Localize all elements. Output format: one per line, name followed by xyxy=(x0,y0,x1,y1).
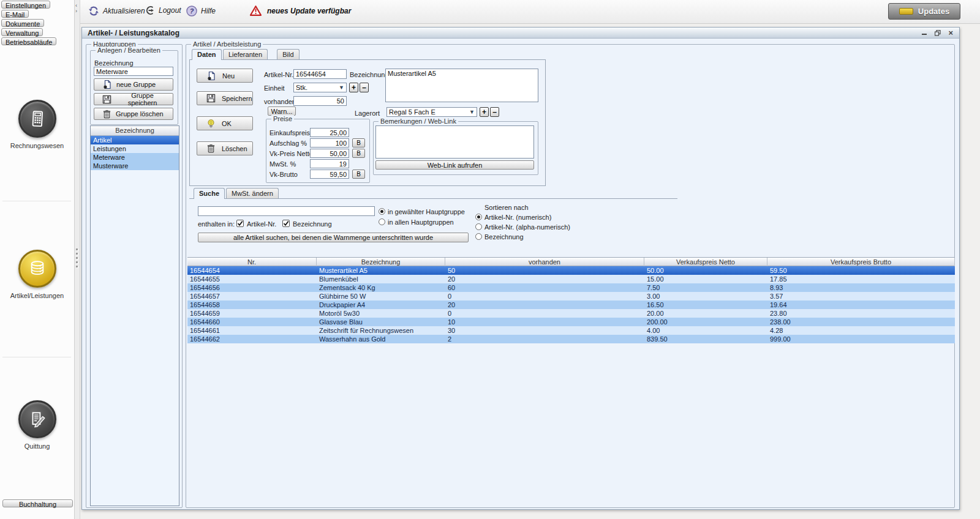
toolbar-item-logout[interactable]: Logout xyxy=(145,6,181,15)
list-item-leistungen[interactable]: Leistungen xyxy=(91,144,179,153)
bemerkungen-textarea[interactable] xyxy=(375,125,534,159)
column-header-verkaufspreis-netto[interactable]: Verkaufspreis Netto xyxy=(644,258,767,267)
toolbar-item-label: Aktualisieren xyxy=(103,7,145,15)
warnmenge-search-button[interactable]: alle Artikel suchen, bei denen die Warnm… xyxy=(198,233,469,242)
column-header-nr[interactable]: Nr. xyxy=(187,258,317,267)
restore-icon[interactable] xyxy=(935,30,941,36)
table-row[interactable]: 16544654Musterartikel A55050.0059.50 xyxy=(187,266,955,275)
sidebar-item-betriebsabläufe[interactable]: Betriebsabläufe xyxy=(1,37,56,45)
table-row[interactable]: 16544660Glasvase Blau10200.00238.00 xyxy=(187,318,955,326)
list-item-musterware[interactable]: Musterware xyxy=(91,162,179,170)
tab-daten[interactable]: Daten xyxy=(192,49,222,60)
warn-button[interactable]: Warn... xyxy=(268,106,296,116)
button-label: Gruppe speichern xyxy=(116,92,169,106)
löschen-button[interactable]: Löschen xyxy=(197,141,253,155)
expand-right-icon[interactable]: › xyxy=(75,9,77,13)
table-cell: Glühbirne 50 W xyxy=(317,292,445,301)
sort-radio-artikel-nr-numerisch[interactable] xyxy=(475,214,482,220)
neu-button[interactable]: Neu xyxy=(197,69,253,83)
einheit-remove-button[interactable]: – xyxy=(360,83,369,92)
artikel-legend: Artikel / Arbeitsleistung xyxy=(191,40,263,48)
list-item-meterware[interactable]: Meterware xyxy=(91,153,179,162)
button-label: OK xyxy=(222,120,232,127)
table-cell: 200.00 xyxy=(644,318,767,326)
lagerort-remove-button[interactable]: – xyxy=(490,107,499,117)
radio-in-allen-hauptgruppen[interactable] xyxy=(379,218,385,225)
column-header-verkaufspreis-brutto[interactable]: Verkaufspreis Brutto xyxy=(767,258,955,267)
table-row[interactable]: 16544656Zementsack 40 Kg607.508.93 xyxy=(187,283,955,292)
table-cell: 50 xyxy=(445,266,644,275)
table-cell: 4.28 xyxy=(767,326,955,335)
table-row[interactable]: 16544659Motoröl 5w30020.0023.80 xyxy=(187,309,955,318)
sidebar-splitter[interactable]: ‹ › xyxy=(75,0,80,519)
weblink-button[interactable]: Web-Link aufrufen xyxy=(375,160,534,170)
table-cell: Druckpapier A4 xyxy=(317,301,445,309)
updates-button-label: Updates xyxy=(918,7,949,16)
speichern-button[interactable]: Speichern xyxy=(197,91,253,105)
einheit-select[interactable]: Stk. ▼ xyxy=(293,83,347,92)
sidebar-separator xyxy=(2,357,71,357)
splitter-handle-dot xyxy=(76,257,78,259)
gruppe-bezeichnung-input[interactable] xyxy=(94,67,173,76)
preise-input-vk-preis-netto[interactable] xyxy=(310,149,349,158)
sidebar-module-artikel-leistungen[interactable]: Artikel/Leistungen xyxy=(0,250,74,299)
table-row[interactable]: 16544655Blumenkübel2015.0017.85 xyxy=(187,275,955,283)
artikel-bezeichnung-textarea[interactable]: Musterartikel A5 xyxy=(385,69,538,102)
column-header-vorhanden[interactable]: vorhanden xyxy=(445,258,644,267)
toolbar-item-hilfe[interactable]: ?Hilfe xyxy=(186,6,216,17)
preise-b-button-aufschlag[interactable]: B xyxy=(352,138,365,147)
sidebar-item-dokumente[interactable]: Dokumente xyxy=(1,19,44,27)
sidebar-item-verwaltung[interactable]: Verwaltung xyxy=(1,28,43,36)
sidebar-item-e-mail[interactable]: E-Mail xyxy=(1,10,29,18)
close-icon[interactable]: × xyxy=(948,30,953,36)
table-row[interactable]: 16544657Glühbirne 50 W03.003.57 xyxy=(187,292,955,301)
table-cell: 60 xyxy=(445,283,644,292)
gruppe-löschen-button[interactable]: Gruppe löschen xyxy=(94,108,173,120)
tab-mwst-ändern[interactable]: MwSt. ändern xyxy=(226,188,279,198)
gruppe-speichern-button[interactable]: Gruppe speichern xyxy=(94,93,173,105)
sort-radio-bezeichnung[interactable] xyxy=(475,233,482,240)
minimize-icon[interactable] xyxy=(922,30,927,35)
tab-bild[interactable]: Bild xyxy=(277,49,299,59)
preise-b-button-vk-brutto[interactable]: B xyxy=(352,170,365,179)
help-icon: ? xyxy=(186,6,197,17)
updates-button[interactable]: Updates xyxy=(888,3,960,20)
checkbox-bezeichnung[interactable] xyxy=(282,220,290,227)
table-cell: 4.00 xyxy=(644,326,767,335)
preise-b-button-vk-preis-netto[interactable]: B xyxy=(352,149,365,158)
toolbar-item-aktualisieren[interactable]: Aktualisieren xyxy=(88,6,145,17)
vorhanden-input[interactable] xyxy=(293,96,347,106)
app-root: { "sidebar": { "nav_buttons": ["Einstell… xyxy=(0,0,980,519)
search-input[interactable] xyxy=(198,206,375,216)
artikel-nr-input[interactable] xyxy=(293,69,347,79)
window-titlebar[interactable]: Artikel- / Leistungskatalog × xyxy=(82,28,959,39)
chevron-down-icon: ▼ xyxy=(339,84,344,91)
preise-input-vk-brutto[interactable] xyxy=(310,170,349,179)
preise-input-mwst[interactable] xyxy=(310,159,349,168)
list-item-artikel[interactable]: Artikel xyxy=(91,136,179,144)
tab-lieferanten[interactable]: Lieferanten xyxy=(223,49,268,59)
lagerort-select[interactable]: Regal 5 Fach E ▼ xyxy=(386,107,477,117)
receipt-pen-icon xyxy=(28,410,47,428)
sidebar-module-quittung[interactable]: Quittung xyxy=(0,400,74,450)
table-row[interactable]: 16544658Druckpapier A42016.5019.64 xyxy=(187,301,955,309)
table-row[interactable]: 16544662Wasserhahn aus Gold2839.50999.00 xyxy=(187,335,955,343)
new-doc-icon xyxy=(206,71,216,81)
sidebar-item-einstellungen[interactable]: Einstellungen xyxy=(1,1,50,9)
radio-in-gewählter-hauptgruppe[interactable] xyxy=(379,208,385,215)
checkbox-artikel-nr[interactable] xyxy=(236,220,244,227)
window-content: Hauptgruppen Anlegen / Bearbeiten Bezeic… xyxy=(82,39,959,509)
ok-button[interactable]: OK xyxy=(197,116,253,130)
preise-input-aufschlag[interactable] xyxy=(310,138,349,147)
table-row[interactable]: 16544661Zeitschrift für Rechnungswesen30… xyxy=(187,326,955,335)
collapse-left-icon[interactable]: ‹ xyxy=(75,3,77,8)
column-header-bezeichnung[interactable]: Bezeichnung xyxy=(317,258,445,267)
sort-radio-artikel-nr-alpha-numerisch[interactable] xyxy=(475,223,482,230)
preise-input-einkaufspreis[interactable] xyxy=(310,128,349,137)
tab-suche[interactable]: Suche xyxy=(194,188,225,199)
sidebar-module-rechnungswesen[interactable]: Rechnungswesen xyxy=(0,100,74,149)
sidebar-item-buchhaltung[interactable]: Buchhaltung xyxy=(2,499,73,507)
lagerort-add-button[interactable]: + xyxy=(480,107,489,117)
neue-gruppe-button[interactable]: neue Gruppe xyxy=(94,78,173,91)
einheit-add-button[interactable]: + xyxy=(349,83,358,92)
